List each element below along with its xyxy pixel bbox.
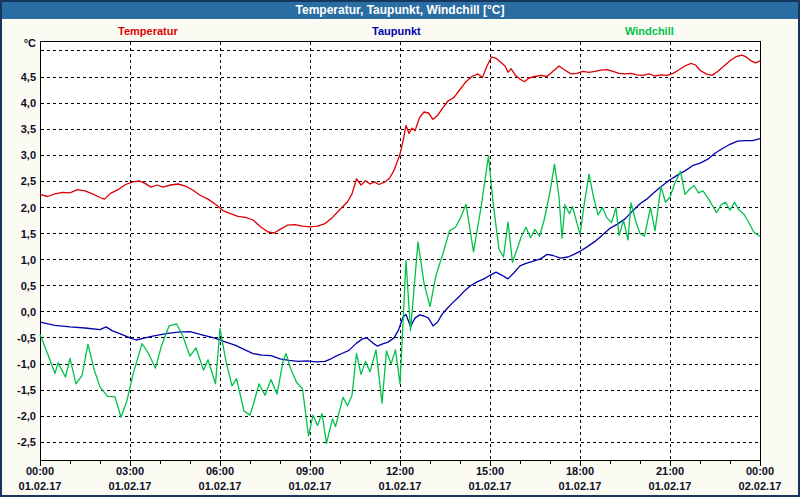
y-axis-unit-label: °C (10, 37, 36, 49)
legend-item-temperatur: Temperatur (118, 25, 178, 37)
window-titlebar: Temperatur, Taupunkt, Windchill [°C] (2, 2, 798, 19)
legend-item-windchill: Windchill (625, 25, 674, 37)
app-window: Temperatur, Taupunkt, Windchill [°C] (0, 0, 800, 497)
legend-item-taupunkt: Taupunkt (372, 25, 421, 37)
window-title: Temperatur, Taupunkt, Windchill [°C] (296, 3, 505, 17)
